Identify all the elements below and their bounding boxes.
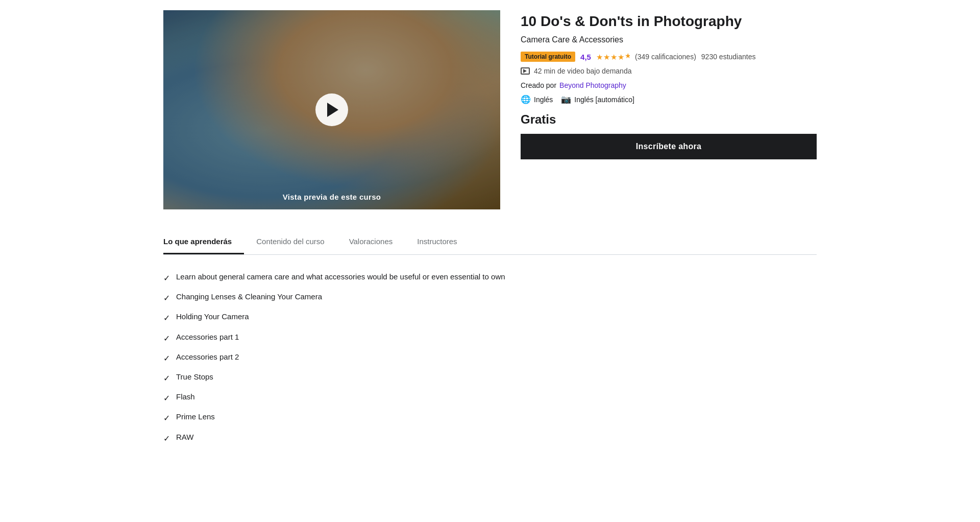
learning-section: ✓Learn about general camera care and wha… <box>163 271 817 444</box>
check-icon: ✓ <box>163 433 170 444</box>
learning-item-text: Accessories part 1 <box>176 331 239 343</box>
rating-row: Tutorial gratuito 4,5 ★★★★★ (349 calific… <box>521 52 817 62</box>
learning-item: ✓Prime Lens <box>163 411 817 424</box>
check-icon: ✓ <box>163 392 170 404</box>
rating-score: 4,5 <box>580 53 591 61</box>
info-section: 10 Do's & Don'ts in Photography Camera C… <box>521 10 817 159</box>
price-label: Gratis <box>521 112 817 127</box>
created-by-label: Creado por <box>521 81 556 89</box>
learning-item-text: Prime Lens <box>176 411 215 422</box>
learning-item: ✓Learn about general camera care and wha… <box>163 271 817 284</box>
learning-item: ✓Holding Your Camera <box>163 311 817 324</box>
learning-item: ✓Accessories part 1 <box>163 331 817 344</box>
tab-valoraciones[interactable]: Valoraciones <box>337 230 405 254</box>
check-icon: ✓ <box>163 333 170 344</box>
language-row: 🌐 Inglés 📷 Inglés [automático] <box>521 94 817 104</box>
tabs-list: Lo que aprenderásContenido del cursoValo… <box>163 230 817 254</box>
play-icon <box>327 103 338 117</box>
learning-item: ✓Changing Lenses & Cleaning Your Camera <box>163 291 817 304</box>
language-label: Inglés <box>534 96 553 104</box>
check-icon: ✓ <box>163 412 170 424</box>
check-icon: ✓ <box>163 352 170 364</box>
learning-item-text: RAW <box>176 432 193 443</box>
check-icon: ✓ <box>163 292 170 304</box>
tutorial-badge: Tutorial gratuito <box>521 52 575 62</box>
learning-item-text: Flash <box>176 391 195 402</box>
enroll-button[interactable]: Inscríbete ahora <box>521 134 817 159</box>
video-overlay <box>163 10 500 209</box>
learning-item: ✓RAW <box>163 432 817 444</box>
tab-lo-que-aprenderas[interactable]: Lo que aprenderás <box>163 230 244 254</box>
tabs-section: Lo que aprenderásContenido del cursoValo… <box>163 230 817 255</box>
play-button[interactable] <box>315 93 348 126</box>
course-subtitle: Camera Care & Accessories <box>521 35 817 44</box>
check-icon: ✓ <box>163 372 170 384</box>
star-rating: ★★★★★ <box>596 52 630 62</box>
check-icon: ✓ <box>163 272 170 284</box>
check-icon: ✓ <box>163 312 170 324</box>
tab-instructores[interactable]: Instructores <box>405 230 469 254</box>
tab-contenido-del-curso[interactable]: Contenido del curso <box>244 230 336 254</box>
learning-item-text: True Stops <box>176 371 213 383</box>
learning-list: ✓Learn about general camera care and wha… <box>163 271 817 444</box>
learning-item-text: Accessories part 2 <box>176 351 239 363</box>
learning-item: ✓Flash <box>163 391 817 404</box>
learning-item-text: Changing Lenses & Cleaning Your Camera <box>176 291 322 302</box>
created-row: Creado por Beyond Photography <box>521 81 817 89</box>
course-title: 10 Do's & Don'ts in Photography <box>521 12 817 30</box>
rating-count: (349 calificaciones) <box>635 53 696 61</box>
video-player-icon <box>521 67 530 75</box>
learning-item-text: Learn about general camera care and what… <box>176 271 505 282</box>
globe-icon: 🌐 <box>521 94 531 104</box>
cc-icon: 📷 <box>561 94 571 104</box>
learning-item: ✓Accessories part 2 <box>163 351 817 364</box>
learning-item-text: Holding Your Camera <box>176 311 249 322</box>
page-wrapper: Vista previa de este curso 10 Do's & Don… <box>133 0 847 455</box>
language-item: 🌐 Inglés <box>521 94 553 104</box>
video-duration: 42 min de video bajo demanda <box>534 67 631 75</box>
subtitle-item: 📷 Inglés [automático] <box>561 94 634 104</box>
video-section: Vista previa de este curso <box>163 10 500 209</box>
main-content: Vista previa de este curso 10 Do's & Don… <box>163 10 817 209</box>
video-info-row: 42 min de video bajo demanda <box>521 67 817 75</box>
video-caption: Vista previa de este curso <box>163 193 500 201</box>
subtitles-label: Inglés [automático] <box>574 96 634 104</box>
student-count: 9230 estudiantes <box>701 53 756 61</box>
instructor-link[interactable]: Beyond Photography <box>559 81 626 89</box>
learning-item: ✓True Stops <box>163 371 817 384</box>
video-thumbnail[interactable]: Vista previa de este curso <box>163 10 500 209</box>
